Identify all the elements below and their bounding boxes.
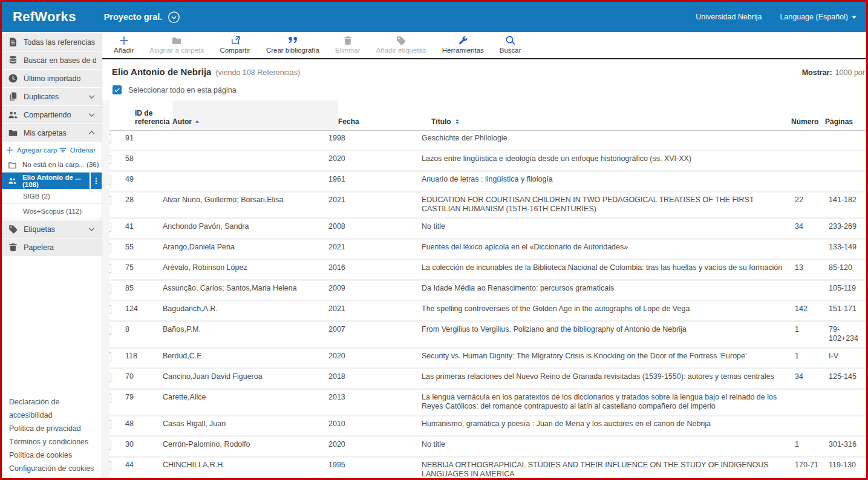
row-checkbox[interactable] xyxy=(102,441,111,450)
table-row[interactable]: 8 Baños,P.M. 2007 From Vergilius to Verg… xyxy=(102,322,866,349)
number-cell xyxy=(795,154,829,166)
date-cell: 2007 xyxy=(328,325,422,343)
title-cell[interactable]: NEBRIJA ORTHOGRAPHICAL STUDIES AND THEIR… xyxy=(422,461,795,478)
chevron-down-icon[interactable] xyxy=(87,92,96,101)
table-row[interactable]: 41 Anchondo Pavón, Sandra 2008 No title … xyxy=(102,219,866,240)
date-cell: 2013 xyxy=(328,393,422,411)
sidebar-item-search-databases[interactable]: Buscar en bases de datos xyxy=(2,51,102,69)
sidebar-item-duplicates[interactable]: Duplicates xyxy=(2,88,102,105)
table-row[interactable]: 48 Casas Rigall, Juan 2010 Humanismo, gr… xyxy=(102,416,866,437)
title-cell[interactable]: Da Idade Média ao Renascimento: percurso… xyxy=(422,284,795,296)
table-row[interactable]: 28 Alvar Nuno, Guillermo; Borsari,Elisa … xyxy=(102,192,866,219)
project-selector[interactable]: Proyecto gral. xyxy=(104,11,181,24)
sidebar-item-sharing[interactable]: Compartiendo xyxy=(2,106,102,123)
title-cell[interactable]: No title xyxy=(422,222,795,234)
row-checkbox[interactable] xyxy=(102,305,111,314)
toolbar-button-share[interactable]: Compartir xyxy=(212,35,258,54)
row-checkbox[interactable] xyxy=(102,420,111,429)
table-row[interactable]: 58 2020 Lazos entre lingüística e ideolo… xyxy=(102,151,866,172)
sidebar-item-all-references[interactable]: Todas las referencias xyxy=(2,33,102,51)
title-cell[interactable]: Las primeras relaciones del Nuevo Reino … xyxy=(422,372,795,384)
folder-options-kebab-menu[interactable] xyxy=(90,173,102,189)
main-panel: Añadir Asignar a carpeta Compartir Crear… xyxy=(102,32,866,478)
title-cell[interactable]: Geschichte der Philologie xyxy=(422,134,795,146)
header-title-sortable[interactable]: Título xyxy=(431,100,791,130)
title-cell[interactable]: No title xyxy=(422,440,795,452)
select-all-checkbox[interactable] xyxy=(113,85,122,94)
title-cell[interactable]: Humanismo, gramática y poesía : Juan de … xyxy=(422,419,795,432)
title-cell[interactable]: Lazos entre lingüística e ideología desd… xyxy=(422,154,795,166)
row-checkbox[interactable] xyxy=(102,155,111,164)
toolbar-button-quote[interactable]: Crear bibliografía xyxy=(258,35,327,54)
footer-link[interactable]: Términos y condiciones xyxy=(9,435,94,449)
select-all-row: Seleccionar todo en esta página xyxy=(102,79,866,100)
chevron-up-icon[interactable] xyxy=(87,128,96,137)
table-row[interactable]: 85 Assunção, Carlos; Santos,Maria Helena… xyxy=(102,281,866,301)
title-cell[interactable]: La lengua vernácula en los paratextos de… xyxy=(422,393,795,411)
footer-link[interactable]: Declaración de accesibilidad xyxy=(9,395,94,422)
title-cell[interactable]: Anuario de letras : lingüística y filolo… xyxy=(422,175,795,187)
row-checkbox[interactable] xyxy=(102,223,111,232)
row-checkbox[interactable] xyxy=(102,326,111,335)
tag-icon xyxy=(8,224,18,234)
folder-item-wos-scopus[interactable]: Wos+Scopus (112) xyxy=(2,204,102,219)
number-cell: 34 xyxy=(795,372,829,384)
pages-cell: 301-316 xyxy=(829,440,866,452)
sidebar-item-my-folders[interactable]: Mis carpetas xyxy=(2,124,102,142)
table-row[interactable]: 75 Arévalo, Robinson López 2016 La colec… xyxy=(102,260,866,281)
title-cell[interactable]: From Vergilius to Vergilius. Poliziano a… xyxy=(422,325,795,343)
title-cell[interactable]: La colección de incunables de la Bibliot… xyxy=(422,263,795,275)
footer-link[interactable]: Configuración de cookies xyxy=(9,462,94,475)
row-checkbox[interactable] xyxy=(102,243,111,252)
table-row[interactable]: 30 Cerrón-Palomino, Rodolfo 2020 No titl… xyxy=(102,437,866,458)
chevron-down-icon[interactable] xyxy=(87,225,96,234)
folder-item-not-in-folder[interactable]: No está en la carp... (36) xyxy=(2,157,102,173)
row-checkbox[interactable] xyxy=(102,461,111,470)
row-checkbox[interactable] xyxy=(102,264,111,273)
folder-item-sigb[interactable]: SIGB (2) xyxy=(2,189,102,204)
header-checkbox-column xyxy=(112,100,135,130)
row-checkbox[interactable] xyxy=(102,196,111,205)
toolbar-button-search[interactable]: Buscar xyxy=(492,35,529,54)
footer-link[interactable]: Política de cookies xyxy=(9,449,94,462)
table-row[interactable]: 55 Arango,Daniela Pena 2021 Fuentes del … xyxy=(102,240,866,260)
chevron-down-circle-icon[interactable] xyxy=(168,11,180,24)
title-cell[interactable]: Security vs. Human Dignity: The Migrator… xyxy=(422,352,795,364)
quote-icon xyxy=(287,35,298,46)
table-row[interactable]: 70 Cancino,Juan David Figueroa 2018 Las … xyxy=(102,369,866,390)
table-row[interactable]: 118 Berdud,C.E. 2020 Security vs. Human … xyxy=(102,349,866,369)
sidebar-item-trash[interactable]: Papelera xyxy=(2,238,102,256)
row-checkbox[interactable] xyxy=(102,352,111,361)
title-cell[interactable]: The spelling controversies of the Golden… xyxy=(422,304,795,317)
row-checkbox[interactable] xyxy=(102,284,111,294)
row-checkbox[interactable] xyxy=(102,176,111,185)
table-row[interactable]: 79 Carette,Alice 2013 La lengua vernácul… xyxy=(102,390,866,416)
header-number: Número xyxy=(791,100,825,130)
toolbar-button-wrench[interactable]: Herramientas xyxy=(434,35,492,54)
title-cell[interactable]: EDUCATION FOR COURTISAN CHILDREN IN TWO … xyxy=(422,196,795,214)
sort-folders-link[interactable]: Ordenar xyxy=(59,146,96,154)
pages-cell xyxy=(829,154,866,166)
row-checkbox[interactable] xyxy=(102,393,111,403)
table-row[interactable]: 124 Bagudanch,A.R. 2021 The spelling con… xyxy=(102,301,866,322)
table-row[interactable]: 91 1998 Geschichte der Philologie xyxy=(102,131,866,151)
chevron-down-icon[interactable] xyxy=(87,110,96,119)
row-checkbox[interactable] xyxy=(102,134,111,143)
number-cell: 13 xyxy=(795,263,829,275)
folder-item-elio-antonio-selected[interactable]: Elio Antonio de ... (108) xyxy=(2,173,102,189)
row-checkbox[interactable] xyxy=(102,373,111,382)
add-folder-link[interactable]: Agregar carp xyxy=(5,146,57,154)
footer-link[interactable]: Política de privacidad xyxy=(9,422,94,435)
title-cell[interactable]: Fuentes del léxico apícola en el «Diccio… xyxy=(422,243,795,255)
toolbar-button-plus[interactable]: Añadir xyxy=(106,35,142,54)
people-icon xyxy=(8,176,17,185)
sidebar-item-last-imported[interactable]: Último importado xyxy=(2,70,102,87)
header-author-sorted[interactable]: Autor xyxy=(172,100,338,130)
folder-actions: Agregar carp Ordenar xyxy=(2,142,102,157)
table-row[interactable]: 44 CHINCHILLA,R.H. 1995 NEBRIJA ORTHOGRA… xyxy=(102,458,866,478)
sort-lines-icon xyxy=(59,146,67,154)
table-row[interactable]: 49 1961 Anuario de letras : lingüística … xyxy=(102,172,866,192)
page-size-dropdown[interactable]: Mostrar: 1000 por xyxy=(802,68,865,77)
sidebar-item-tags[interactable]: Etiquetas xyxy=(2,220,102,238)
language-selector[interactable]: Language (Español) xyxy=(780,13,857,21)
